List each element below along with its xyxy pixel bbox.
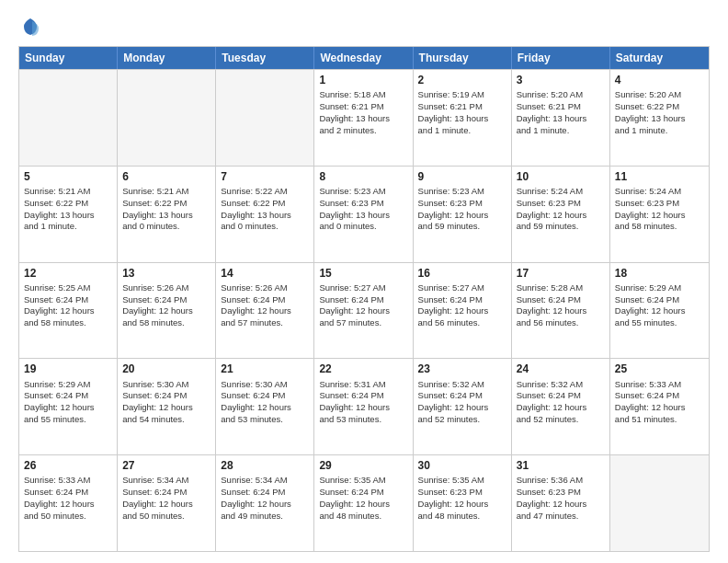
day-info-line: and 54 minutes. [122, 414, 210, 426]
day-info-line: Daylight: 12 hours [319, 499, 407, 511]
day-of-week-header: Saturday [610, 47, 709, 69]
day-number: 15 [319, 266, 407, 281]
day-info-line: and 52 minutes. [418, 414, 506, 426]
calendar-day-cell: 23Sunrise: 5:32 AMSunset: 6:24 PMDayligh… [414, 359, 512, 454]
day-info-line: Sunrise: 5:28 AM [517, 282, 605, 294]
day-info-line: Sunrise: 5:29 AM [615, 282, 704, 294]
day-info-line: and 0 minutes. [221, 221, 309, 233]
day-number: 14 [221, 266, 309, 281]
day-info-line: Daylight: 12 hours [319, 305, 407, 317]
day-info-line: and 56 minutes. [517, 317, 605, 329]
day-info-line: Sunset: 6:24 PM [221, 487, 309, 499]
day-info-line: Daylight: 12 hours [122, 402, 210, 414]
day-info-line: Sunrise: 5:35 AM [319, 475, 407, 487]
day-info-line: Sunrise: 5:36 AM [517, 475, 605, 487]
logo-icon [20, 17, 40, 37]
empty-cell [216, 70, 314, 166]
day-number: 7 [221, 169, 309, 184]
day-info-line: Sunrise: 5:21 AM [24, 186, 112, 198]
day-info-line: and 58 minutes. [122, 317, 210, 329]
day-number: 8 [319, 169, 407, 184]
day-info-line: and 57 minutes. [319, 317, 407, 329]
day-info-line: Sunset: 6:24 PM [122, 487, 210, 499]
day-number: 11 [615, 169, 704, 184]
day-info-line: and 53 minutes. [319, 414, 407, 426]
day-info-line: Sunset: 6:24 PM [319, 390, 407, 402]
day-number: 4 [615, 73, 704, 87]
day-number: 9 [418, 169, 506, 184]
day-info-line: Sunrise: 5:34 AM [221, 475, 309, 487]
day-of-week-header: Monday [118, 47, 216, 69]
calendar-day-cell: 1Sunrise: 5:18 AMSunset: 6:21 PMDaylight… [314, 70, 413, 166]
day-info-line: Daylight: 12 hours [517, 210, 605, 222]
day-info-line: Daylight: 12 hours [418, 499, 506, 511]
calendar-day-cell: 19Sunrise: 5:29 AMSunset: 6:24 PMDayligh… [19, 359, 118, 454]
calendar-day-cell: 5Sunrise: 5:21 AMSunset: 6:22 PMDaylight… [19, 167, 118, 262]
day-info-line: Sunrise: 5:26 AM [122, 282, 210, 294]
day-info-line: Daylight: 12 hours [24, 402, 112, 414]
calendar-week-row: 1Sunrise: 5:18 AMSunset: 6:21 PMDaylight… [19, 69, 709, 166]
calendar-week-row: 19Sunrise: 5:29 AMSunset: 6:24 PMDayligh… [19, 358, 709, 454]
day-info-line: Sunrise: 5:35 AM [418, 475, 506, 487]
day-info-line: and 48 minutes. [418, 511, 506, 523]
day-info-line: and 1 minute. [615, 125, 704, 137]
day-info-line: and 50 minutes. [122, 511, 210, 523]
day-info-line: Sunset: 6:23 PM [319, 198, 407, 210]
day-info-line: Daylight: 12 hours [221, 499, 309, 511]
day-of-week-header: Sunday [19, 47, 118, 69]
calendar-day-cell: 12Sunrise: 5:25 AMSunset: 6:24 PMDayligh… [19, 263, 118, 359]
day-info-line: Sunrise: 5:22 AM [221, 186, 309, 198]
day-number: 19 [24, 362, 112, 376]
day-info-line: and 50 minutes. [24, 511, 112, 523]
day-number: 18 [615, 266, 704, 281]
calendar-day-cell: 31Sunrise: 5:36 AMSunset: 6:23 PMDayligh… [512, 455, 610, 551]
calendar-day-cell: 21Sunrise: 5:30 AMSunset: 6:24 PMDayligh… [216, 359, 314, 454]
day-info-line: and 56 minutes. [418, 317, 506, 329]
day-info-line: Daylight: 12 hours [418, 402, 506, 414]
day-info-line: Sunset: 6:24 PM [221, 294, 309, 306]
day-number: 24 [517, 362, 605, 376]
day-number: 3 [517, 73, 605, 87]
calendar-header: SundayMondayTuesdayWednesdayThursdayFrid… [19, 47, 709, 69]
day-info-line: Sunrise: 5:33 AM [615, 379, 704, 391]
day-info-line: Sunset: 6:24 PM [615, 390, 704, 402]
day-info-line: Sunrise: 5:21 AM [122, 186, 210, 198]
day-info-line: Daylight: 13 hours [319, 210, 407, 222]
calendar-day-cell: 28Sunrise: 5:34 AMSunset: 6:24 PMDayligh… [216, 455, 314, 551]
day-info-line: Daylight: 13 hours [122, 210, 210, 222]
day-info-line: Sunset: 6:24 PM [122, 390, 210, 402]
day-info-line: Sunrise: 5:25 AM [24, 282, 112, 294]
day-info-line: Daylight: 12 hours [24, 305, 112, 317]
day-info-line: Sunset: 6:21 PM [517, 101, 605, 113]
calendar-week-row: 12Sunrise: 5:25 AMSunset: 6:24 PMDayligh… [19, 262, 709, 359]
calendar-day-cell: 15Sunrise: 5:27 AMSunset: 6:24 PMDayligh… [314, 263, 413, 359]
day-info-line: Sunrise: 5:20 AM [615, 89, 704, 101]
day-info-line: Daylight: 12 hours [517, 402, 605, 414]
day-info-line: Daylight: 13 hours [221, 210, 309, 222]
day-info-line: and 0 minutes. [319, 221, 407, 233]
day-info-line: Sunrise: 5:29 AM [24, 379, 112, 391]
day-info-line: Sunrise: 5:30 AM [122, 379, 210, 391]
day-number: 20 [122, 362, 210, 376]
day-info-line: Daylight: 13 hours [24, 210, 112, 222]
day-info-line: Sunrise: 5:31 AM [319, 379, 407, 391]
calendar-day-cell: 3Sunrise: 5:20 AMSunset: 6:21 PMDaylight… [512, 70, 610, 166]
day-info-line: Sunset: 6:24 PM [122, 294, 210, 306]
day-info-line: Daylight: 12 hours [615, 305, 704, 317]
day-info-line: Daylight: 12 hours [221, 305, 309, 317]
calendar-day-cell: 6Sunrise: 5:21 AMSunset: 6:22 PMDaylight… [118, 167, 216, 262]
empty-cell [19, 70, 118, 166]
calendar-day-cell: 16Sunrise: 5:27 AMSunset: 6:24 PMDayligh… [414, 263, 512, 359]
day-info-line: Sunrise: 5:20 AM [517, 89, 605, 101]
calendar-day-cell: 2Sunrise: 5:19 AMSunset: 6:21 PMDaylight… [414, 70, 512, 166]
day-info-line: Sunset: 6:23 PM [418, 487, 506, 499]
day-info-line: Sunset: 6:24 PM [319, 487, 407, 499]
calendar-day-cell: 14Sunrise: 5:26 AMSunset: 6:24 PMDayligh… [216, 263, 314, 359]
empty-cell [610, 455, 709, 551]
calendar-day-cell: 4Sunrise: 5:20 AMSunset: 6:22 PMDaylight… [610, 70, 709, 166]
day-info-line: Sunrise: 5:23 AM [319, 186, 407, 198]
day-info-line: Sunrise: 5:34 AM [122, 475, 210, 487]
day-of-week-header: Friday [512, 47, 610, 69]
day-number: 5 [24, 169, 112, 184]
day-info-line: Daylight: 12 hours [615, 402, 704, 414]
